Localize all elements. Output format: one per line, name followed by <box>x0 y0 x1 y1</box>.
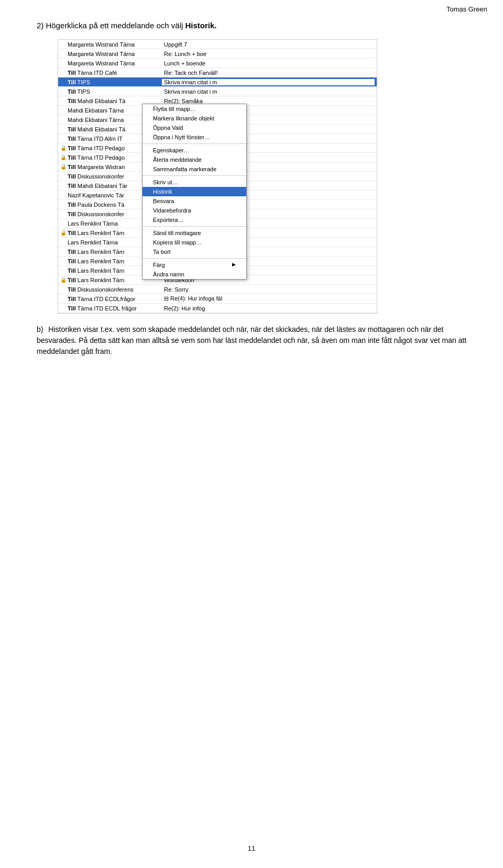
table-row: Till Diskussionskonferens Re: Sorry <box>58 285 377 294</box>
lock-icon: 🔒 <box>60 145 67 151</box>
email-subject: Re: Lunch + boe <box>162 51 375 57</box>
context-menu-item-farg[interactable]: Färg <box>143 260 246 270</box>
email-sender: Till TIPS <box>68 79 162 85</box>
context-menu-item-sammanfatta[interactable]: Sammanfatta markerade <box>143 164 246 174</box>
email-subject: Re(2): Hur infog <box>162 305 375 311</box>
email-subject: Lunch + boende <box>162 60 375 66</box>
context-menu-item-besvara[interactable]: Besvara <box>143 196 246 206</box>
email-sender: Till TIPS <box>68 88 162 95</box>
separator <box>143 175 246 176</box>
email-subject: Skriva innan citat i m <box>162 79 375 85</box>
step-bold: Historik. <box>185 21 217 30</box>
context-menu: Flytta till mapp… Markera liknande objek… <box>142 104 247 280</box>
context-menu-item-sand[interactable]: Sänd till mottagare <box>143 228 246 238</box>
email-sender: Till Tärna ITD ECDLfrågor <box>68 296 162 302</box>
lock-icon: 🔒 <box>60 277 67 283</box>
email-sender: Till Mahdi Ekbatani Tä <box>68 98 162 104</box>
email-sender: Till Diskussionskonferens <box>68 286 162 293</box>
context-menu-item-kopiera[interactable]: Kopiera till mapp… <box>143 238 246 247</box>
table-row: Margareta Wistrand Tärna Uppgift 7 <box>58 40 377 49</box>
email-subject: Skriva innan citat i m <box>162 88 375 95</box>
email-subject: ⊟ Re(4): Hur infoga fäl <box>162 295 375 302</box>
context-menu-item-exportera[interactable]: Exportera… <box>143 215 246 225</box>
screenshot-container: Margareta Wistrand Tärna Uppgift 7 Marga… <box>58 39 377 314</box>
context-menu-item-ta-bort[interactable]: Ta bort <box>143 247 246 257</box>
step-number: 2) <box>37 21 43 30</box>
table-row: Till TIPS Skriva innan citat i m <box>58 87 377 96</box>
email-sender: Margareta Wistrand Tärna <box>68 51 162 57</box>
email-subject: Re: Sorry <box>162 286 375 293</box>
separator <box>143 258 246 259</box>
email-subject: Uppgift 7 <box>162 41 375 48</box>
email-subject: Re: Tack och Farväll! <box>162 70 375 76</box>
section-b: b) Historiken visar t.ex. vem som skapad… <box>37 324 472 357</box>
email-sender: Till Tärna ITD Café <box>68 70 162 76</box>
lock-icon: 🔒 <box>60 154 67 160</box>
section-b-text2: På detta sätt kan man alltså se vem som … <box>37 336 466 355</box>
context-menu-item-oppna-vald[interactable]: Öppna Vald <box>143 123 246 132</box>
lock-icon: 🔒 <box>60 230 67 236</box>
table-row: Margareta Wistrand Tärna Lunch + boende <box>58 59 377 68</box>
table-row: Till Tärna ITD ECDL frågor Re(2): Hur in… <box>58 304 377 313</box>
step-heading: 2) Högerklicka på ett meddelande och väl… <box>37 21 472 30</box>
context-menu-item-markera[interactable]: Markera liknande objekt <box>143 114 246 123</box>
context-menu-item-flytta[interactable]: Flytta till mapp… <box>143 104 246 114</box>
header: Tomas Green <box>446 5 487 13</box>
email-list: Margareta Wistrand Tärna Uppgift 7 Marga… <box>58 40 377 313</box>
page-number: 11 <box>248 844 255 852</box>
section-b-text: b) Historiken visar t.ex. vem som skapad… <box>37 324 472 357</box>
email-sender: Till Tärna ITD ECDL frågor <box>68 305 162 311</box>
context-menu-item-aterta[interactable]: Återta meddelande <box>143 155 246 164</box>
context-menu-item-historik[interactable]: Historik <box>143 187 246 196</box>
email-sender: Margareta Wistrand Tärna <box>68 60 162 66</box>
table-row: Till Tärna ITD Café Re: Tack och Farväll… <box>58 68 377 77</box>
email-sender: Margareta Wistrand Tärna <box>68 41 162 48</box>
separator <box>143 226 246 227</box>
lock-icon: 🔒 <box>60 164 67 170</box>
section-b-label: b) <box>37 325 43 333</box>
user-name: Tomas Green <box>446 5 487 13</box>
context-menu-item-andra-namn[interactable]: Ändra namn <box>143 270 246 279</box>
table-row: Till TIPS Skriva innan citat i m Flytta … <box>58 77 377 87</box>
table-row: Till Tärna ITD ECDLfrågor ⊟ Re(4): Hur i… <box>58 294 377 304</box>
separator <box>143 143 246 144</box>
table-row: Margareta Wistrand Tärna Re: Lunch + boe <box>58 49 377 59</box>
email-subject: Re(2): Samåka <box>162 98 375 104</box>
context-menu-item-oppna-nytt[interactable]: Öppna i Nytt fönster… <box>143 132 246 142</box>
context-menu-item-egenskaper[interactable]: Egenskaper… <box>143 146 246 155</box>
context-menu-item-skriv-ut[interactable]: Skriv ut… <box>143 177 246 187</box>
context-menu-item-vidarebefordra[interactable]: Vidarebefordra <box>143 206 246 215</box>
step-text: Högerklicka på ett meddelande och välj <box>46 21 185 30</box>
